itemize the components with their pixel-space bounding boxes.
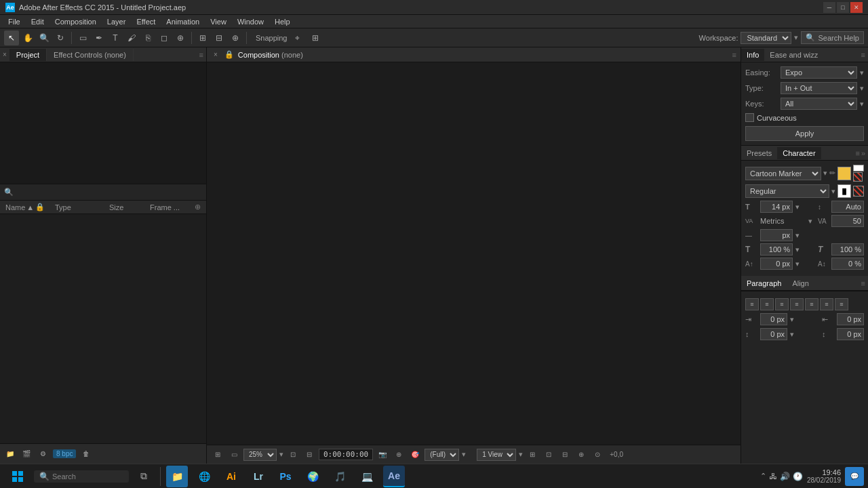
settings-btn[interactable]: ⚙ — [37, 448, 49, 460]
eraser-tool[interactable]: ◻ — [157, 30, 172, 45]
paragraph-tab[interactable]: Paragraph — [741, 277, 787, 289]
font-name-select[interactable]: Cartoon Marker — [745, 167, 821, 180]
comp-ctrl-3[interactable]: ⊡ — [286, 448, 300, 462]
stamp-tool[interactable]: ⎘ — [140, 30, 155, 45]
col-settings-icon[interactable]: ⊕ — [195, 203, 203, 211]
snap-btn-2[interactable]: ⊞ — [308, 30, 323, 45]
comp-ctrl-5[interactable]: ⊕ — [392, 448, 406, 462]
quality-dropdown-icon[interactable]: ▾ — [462, 450, 466, 459]
align-center-btn[interactable]: ≡ — [760, 298, 774, 310]
para-menu-btn[interactable]: ≡ — [861, 279, 868, 287]
indent1-input[interactable] — [760, 313, 787, 325]
view-select[interactable]: 1 View — [477, 449, 516, 461]
panel-menu-btn[interactable]: ≡ — [199, 51, 206, 59]
zoom-select[interactable]: 25% — [243, 449, 277, 461]
vert-scale-input[interactable] — [831, 243, 864, 256]
comp-tab-close[interactable]: × — [211, 51, 220, 58]
align-j4-btn[interactable]: ≡ — [835, 298, 848, 310]
col-size[interactable]: Size — [106, 203, 147, 211]
zoom-tool[interactable]: 🔍 — [37, 30, 52, 45]
comp-ctrl-8[interactable]: ⊡ — [542, 448, 555, 462]
project-search-input[interactable] — [16, 188, 202, 197]
align-left-btn[interactable]: ≡ — [745, 298, 759, 310]
comp-ctrl-1[interactable]: ⊞ — [211, 448, 224, 462]
zoom-dropdown-icon[interactable]: ▾ — [279, 450, 283, 459]
taskbar-after-effects[interactable]: Ae — [383, 466, 405, 487]
stroke-color-swatch[interactable]: █ — [837, 184, 851, 198]
comp-ctrl-7[interactable]: ⊞ — [526, 448, 539, 462]
comp-menu-btn[interactable]: ≡ — [732, 51, 736, 59]
workspace-dropdown-icon[interactable]: ▾ — [794, 33, 798, 42]
margin1-input[interactable] — [760, 328, 787, 340]
ease-tab[interactable]: Ease and wizz — [764, 49, 823, 61]
apply-button[interactable]: Apply — [745, 126, 864, 141]
align-right-btn[interactable]: ≡ — [775, 298, 789, 310]
view-dropdown-icon[interactable]: ▾ — [519, 450, 523, 459]
easing-select[interactable]: Expo — [781, 66, 857, 79]
comp-ctrl-9[interactable]: ⊟ — [558, 448, 572, 462]
taskbar-lightroom[interactable]: Lr — [248, 466, 269, 487]
curvaceous-checkbox[interactable] — [745, 113, 754, 122]
col-name[interactable]: Name ▲ 🔒 — [3, 203, 52, 211]
font-size-input[interactable] — [760, 201, 793, 213]
shift-dropdown[interactable]: ▾ — [795, 260, 800, 268]
keys-select[interactable]: All — [781, 98, 857, 110]
menu-animation[interactable]: Animation — [161, 16, 205, 27]
menu-edit[interactable]: Edit — [26, 16, 50, 27]
pen-tool[interactable]: ✒ — [92, 30, 106, 45]
type-select[interactable]: In + Out — [781, 82, 857, 94]
easing-dropdown-icon[interactable]: ▾ — [860, 68, 864, 77]
baseline-input[interactable] — [760, 229, 793, 241]
minimize-button[interactable]: ─ — [823, 2, 835, 13]
brush-tool[interactable]: 🖌 — [124, 30, 139, 45]
select-tool[interactable]: ↖ — [4, 30, 19, 45]
character-tab[interactable]: Character — [777, 147, 821, 159]
project-tab[interactable]: Project — [9, 49, 47, 61]
align-justify-btn[interactable]: ≡ — [790, 298, 804, 310]
info-menu-btn[interactable]: ≡ — [861, 51, 868, 59]
taskbar-program[interactable]: 💻 — [356, 466, 378, 487]
horiz-scale-dropdown[interactable]: ▾ — [795, 245, 800, 254]
no-fill-swatch[interactable] — [853, 172, 863, 182]
effect-controls-tab[interactable]: Effect Controls (none) — [47, 49, 134, 61]
menu-view[interactable]: View — [205, 16, 232, 27]
maximize-button[interactable]: □ — [837, 2, 849, 13]
font-name-dropdown-icon[interactable]: ▾ — [823, 169, 827, 178]
search-help-box[interactable]: 🔍 Search Help — [801, 31, 864, 44]
col-frame[interactable]: Frame ... — [147, 203, 195, 211]
margin2-input[interactable] — [837, 328, 864, 340]
margin1-dropdown[interactable]: ▾ — [790, 330, 794, 339]
no-stroke-swatch[interactable] — [853, 186, 864, 197]
rect-tool[interactable]: ▭ — [75, 30, 90, 45]
align-tool[interactable]: ⊞ — [195, 30, 210, 45]
delete-btn[interactable]: 🗑 — [80, 448, 92, 460]
workspace-select[interactable]: Standard — [741, 32, 791, 44]
menu-file[interactable]: File — [3, 16, 26, 27]
font-size-dropdown[interactable]: ▾ — [795, 203, 800, 211]
shift2-input[interactable] — [831, 258, 864, 270]
taskbar-search[interactable]: 🔍 Search — [34, 470, 129, 483]
snapshot-btn[interactable]: 📷 — [376, 448, 389, 462]
taskbar-photoshop[interactable]: Ps — [275, 466, 296, 487]
kerning-dropdown[interactable]: ▾ — [808, 217, 812, 226]
type-dropdown-icon[interactable]: ▾ — [860, 84, 864, 93]
rotate-tool[interactable]: ↻ — [53, 30, 68, 45]
taskbar-illustrator[interactable]: Ai — [220, 466, 242, 487]
menu-composition[interactable]: Composition — [50, 16, 102, 27]
text-tool[interactable]: T — [108, 30, 123, 45]
comp-tab[interactable]: Composition (none) — [238, 51, 303, 59]
va-input[interactable] — [831, 215, 864, 227]
info-tab[interactable]: Info — [741, 49, 764, 61]
dist-tool[interactable]: ⊟ — [212, 30, 226, 45]
hand-tool[interactable]: ✋ — [20, 30, 35, 45]
font-style-dropdown-icon[interactable]: ▾ — [831, 187, 835, 196]
menu-help[interactable]: Help — [269, 16, 296, 27]
font-edit-icon[interactable]: ✏ — [829, 169, 835, 178]
clock-display[interactable]: 19:46 28/02/2019 — [807, 468, 841, 484]
fill-color-swatch[interactable] — [853, 165, 864, 171]
menu-window[interactable]: Window — [232, 16, 269, 27]
align-j3-btn[interactable]: ≡ — [820, 298, 833, 310]
start-button[interactable] — [4, 466, 31, 487]
new-comp-btn[interactable]: 🎬 — [20, 448, 33, 460]
snap-btn-1[interactable]: ⌖ — [290, 30, 305, 45]
